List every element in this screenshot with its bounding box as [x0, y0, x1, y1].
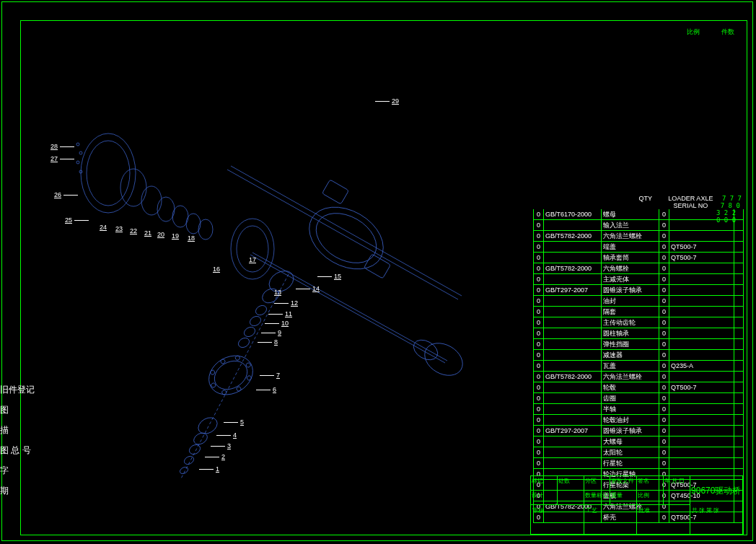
bom-row: 0隔套0 [533, 307, 744, 317]
exploded-view: 29 28 27 26 25 24 23 22 21 20 19 18 17 1… [43, 72, 491, 491]
callout-23: 23 [115, 225, 123, 232]
bom-row: 0轮毂油封0 [533, 415, 744, 426]
side-6: 期 [0, 481, 35, 501]
callout-20: 20 [157, 231, 164, 238]
callout-13: 13 [274, 289, 281, 296]
top-labels: 比例 件数 [687, 27, 734, 37]
callout-7: 7 [260, 372, 280, 379]
top-label-2: 件数 [721, 27, 734, 37]
tb-sheet: 共 张 第 张 [690, 505, 744, 534]
side-labels: 旧件登记 图 描 图 总 号 字 期 [0, 380, 35, 501]
callout-12: 12 [274, 299, 298, 307]
callout-14: 14 [296, 285, 320, 292]
bom-row: 0GB/T297-2007圆锥滚子轴承0 [533, 426, 744, 436]
callout-17: 17 [249, 256, 256, 263]
callout-22: 22 [130, 227, 137, 234]
bom-row: 0太阳轮0 [533, 447, 744, 458]
bom-row: 0圆柱轴承0 [533, 328, 744, 339]
tb-date: 年.月.日 [664, 476, 690, 491]
callout-6: 6 [256, 386, 276, 393]
callout-4: 4 [216, 431, 237, 439]
tb-change: 更改文件 [610, 476, 637, 491]
bom-row: 0GB/T6170-2000螺母0 [533, 209, 744, 220]
bom-row: 0半轴0 [533, 404, 744, 415]
side-1: 旧件登记 [0, 380, 35, 400]
callout-24: 24 [100, 224, 107, 231]
bom-row: 0轮毂0QT500-7 [533, 382, 744, 393]
callout-3: 3 [211, 442, 231, 449]
callout-18: 18 [188, 234, 195, 242]
bom-row: 0GB/T5782-2000六角螺栓0 [533, 263, 744, 274]
title-block: 标记 处数 分区 更改文件 签名 年.月.日 90670驱动桥 设计 数量标记 … [530, 475, 744, 535]
bom-row: 0输入法兰0 [533, 220, 744, 231]
side-3: 描 [0, 420, 35, 440]
bom-row: 0轴承套筒0QT500-7 [533, 253, 744, 263]
tb-weight: 重量 [610, 491, 637, 505]
bom-row: 0GB/T297-2007圆锥滚子轴承0 [533, 285, 744, 296]
callout-28: 28 [50, 143, 74, 150]
callout-11: 11 [268, 310, 292, 317]
callout-9: 9 [261, 329, 281, 336]
tb-design: 设计 [531, 491, 558, 505]
bom-row: 0齿圈0 [533, 393, 744, 404]
callout-5: 5 [224, 418, 244, 426]
bom-row: 0行星轮0 [533, 458, 744, 469]
callout-16: 16 [213, 266, 220, 273]
tb-review: 审核 [531, 505, 584, 534]
bom-row: 0端盖0QT500-7 [533, 242, 744, 253]
callout-2: 2 [205, 453, 225, 460]
tb-zone: 分区 [584, 476, 611, 491]
bom-row: 0瓦盖0Q235-A [533, 361, 744, 372]
cad-page: 比例 件数 旧件登记 图 描 图 总 号 字 期 [0, 0, 756, 544]
bom-row: 0GB/T5782-2000六角法兰螺栓0 [533, 231, 744, 242]
tb-scale: 比例 [637, 491, 664, 505]
callout-15: 15 [317, 273, 341, 280]
top-label-1: 比例 [687, 27, 700, 37]
bom-row: 0GB/T5782-2000六角法兰螺栓0 [533, 372, 744, 382]
drawing-title: 90670驱动桥 [690, 476, 744, 505]
callout-29: 29 [375, 97, 399, 105]
tb-count: 处数 [558, 476, 584, 491]
bom-row: 0主传动齿轮0 [533, 317, 744, 328]
callout-21: 21 [144, 229, 151, 237]
bom-row: 0减速器0 [533, 350, 744, 361]
callout-27: 27 [50, 155, 74, 162]
tb-sign: 签名 [637, 476, 664, 491]
callout-26: 26 [54, 191, 78, 198]
tb-mark: 标记 [531, 476, 558, 491]
bom-row: 0弹性挡圈0 [533, 339, 744, 350]
callouts: 29 28 27 26 25 24 23 22 21 20 19 18 17 1… [43, 72, 491, 491]
bom-row: 0大螺母0 [533, 436, 744, 447]
bom-row: 0主减壳体0 [533, 274, 744, 285]
bom-row: 0油封0 [533, 296, 744, 307]
side-4: 图 总 号 [0, 440, 35, 460]
callout-1: 1 [199, 465, 219, 473]
callout-25: 25 [65, 216, 89, 224]
side-5: 字 [0, 460, 35, 481]
tb-approve: 批准 [637, 505, 690, 534]
tb-process: 工艺 [584, 505, 638, 534]
callout-10: 10 [265, 320, 289, 327]
callout-19: 19 [172, 232, 179, 240]
side-2: 图 [0, 400, 35, 420]
callout-8: 8 [258, 338, 278, 346]
tb-qtymark: 数量标记 [584, 491, 611, 505]
